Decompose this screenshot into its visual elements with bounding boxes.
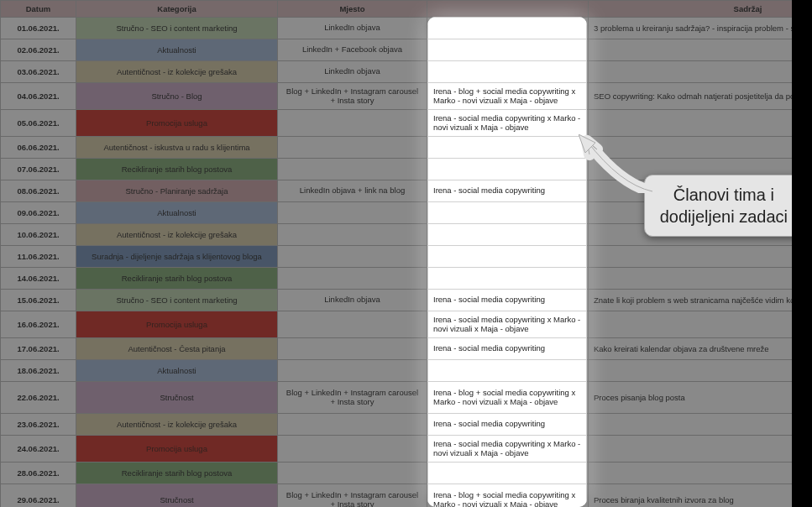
cell-kategorija[interactable]: Promocija usluga	[76, 110, 278, 137]
cell-sadrzaj[interactable]: Proces pisanja blog posta	[589, 382, 813, 414]
cell-datum[interactable]: 01.06.2021.	[1, 18, 76, 39]
cell-kategorija[interactable]: Aktualnosti	[76, 202, 278, 224]
cell-datum[interactable]: 02.06.2021.	[1, 39, 76, 61]
cell-datum[interactable]: 07.06.2021.	[1, 159, 76, 180]
cell-sadrzaj[interactable]: SEO copywriting: Kako odmah natjerati po…	[589, 83, 813, 110]
cell-mjesto[interactable]	[278, 311, 427, 338]
table-row[interactable]: 22.06.2021.StručnostBlog + LinkedIn + In…	[1, 382, 813, 414]
cell-mjesto[interactable]	[278, 110, 427, 137]
cell-mjesto[interactable]: LinkedIn objava	[278, 18, 427, 39]
table-row[interactable]: 17.06.2021.Autentičnost - Česta pitanjaI…	[1, 338, 813, 360]
cell-datum[interactable]: 23.06.2021.	[1, 414, 76, 436]
table-row[interactable]: 24.06.2021.Promocija uslugaIrena - socia…	[1, 436, 813, 463]
cell-kategorija[interactable]: Suradnja - dijeljenje sadržaja s klijent…	[76, 246, 278, 268]
cell-mjesto[interactable]	[278, 246, 427, 268]
cell-mjesto[interactable]	[278, 224, 427, 246]
cell-datum[interactable]: 06.06.2021.	[1, 137, 76, 159]
cell-sadrzaj[interactable]	[589, 311, 813, 338]
header-kategorija[interactable]: Kategorija	[76, 1, 278, 18]
cell-mjesto[interactable]: LinkedIn objava	[278, 61, 427, 83]
cell-datum[interactable]: 09.06.2021.	[1, 202, 76, 224]
cell-kategorija[interactable]: Stručnost	[76, 382, 278, 414]
cell-datum[interactable]: 18.06.2021.	[1, 360, 76, 382]
cell-mjesto[interactable]	[278, 414, 427, 436]
cell-kategorija[interactable]: Stručno - SEO i content marketing	[76, 290, 278, 311]
cell-sadrzaj[interactable]	[589, 268, 813, 290]
cell-datum[interactable]: 22.06.2021.	[1, 382, 76, 414]
highlight-cell-clan[interactable]	[428, 137, 587, 159]
cell-kategorija[interactable]: Stručno - Planiranje sadržaja	[76, 180, 278, 202]
cell-mjesto[interactable]: Blog + LinkedIn + Instagram carousel + I…	[278, 484, 427, 508]
cell-mjesto[interactable]	[278, 159, 427, 180]
cell-mjesto[interactable]	[278, 360, 427, 382]
table-row[interactable]: 16.06.2021.Promocija uslugaIrena - socia…	[1, 311, 813, 338]
cell-sadrzaj[interactable]: Kako kreirati kalendar objava za društve…	[589, 338, 813, 360]
cell-sadrzaj[interactable]	[589, 39, 813, 61]
cell-datum[interactable]: 28.06.2021.	[1, 463, 76, 484]
table-row[interactable]: 03.06.2021.Autentičnost - iz kolekcije g…	[1, 61, 813, 83]
cell-kategorija[interactable]: Autentičnost - iz kolekcije grešaka	[76, 224, 278, 246]
cell-datum[interactable]: 24.06.2021.	[1, 436, 76, 463]
table-row[interactable]: 29.06.2021.StručnostBlog + LinkedIn + In…	[1, 484, 813, 508]
table-row[interactable]: 05.06.2021.Promocija uslugaIrena - socia…	[1, 110, 813, 137]
cell-mjesto[interactable]: Blog + LinkedIn + Instagram carousel + I…	[278, 382, 427, 414]
cell-datum[interactable]: 14.06.2021.	[1, 268, 76, 290]
cell-mjesto[interactable]	[278, 338, 427, 360]
cell-mjesto[interactable]	[278, 137, 427, 159]
table-row[interactable]: 23.06.2021.Autentičnost - iz kolekcije g…	[1, 414, 813, 436]
cell-datum[interactable]: 15.06.2021.	[1, 290, 76, 311]
cell-kategorija[interactable]: Recikliranje starih blog postova	[76, 159, 278, 180]
cell-datum[interactable]: 17.06.2021.	[1, 338, 76, 360]
highlight-cell-clan[interactable]: Irena - blog + social media copywriting …	[428, 83, 587, 110]
cell-mjesto[interactable]	[278, 436, 427, 463]
cell-datum[interactable]: 08.06.2021.	[1, 180, 76, 202]
cell-sadrzaj[interactable]	[589, 246, 813, 268]
cell-kategorija[interactable]: Stručno - Blog	[76, 83, 278, 110]
cell-mjesto[interactable]: Blog + LinkedIn + Instagram carousel + I…	[278, 83, 427, 110]
highlight-cell-clan[interactable]: Irena - social media copywriting x Marko…	[428, 110, 587, 137]
table-row[interactable]: 06.06.2021.Autentičnost - iskustva u rad…	[1, 137, 813, 159]
table-row[interactable]: 14.06.2021.Recikliranje starih blog post…	[1, 268, 813, 290]
highlight-cell-clan[interactable]: Irena - social media copywriting	[428, 290, 587, 311]
highlight-cell-clan[interactable]: Irena - social media copywriting x Marko…	[428, 311, 587, 338]
cell-datum[interactable]: 05.06.2021.	[1, 110, 76, 137]
cell-kategorija[interactable]: Autentičnost - iskustva u radu s klijent…	[76, 137, 278, 159]
cell-sadrzaj[interactable]: Proces biranja kvalitetnih izvora za blo…	[589, 484, 813, 508]
table-row[interactable]: 11.06.2021.Suradnja - dijeljenje sadržaj…	[1, 246, 813, 268]
cell-mjesto[interactable]	[278, 202, 427, 224]
highlight-cell-clan[interactable]	[428, 360, 587, 382]
highlight-cell-clan[interactable]: Irena - social media copywriting	[428, 414, 587, 436]
table-row[interactable]: 01.06.2021.Stručno - SEO i content marke…	[1, 18, 813, 39]
cell-datum[interactable]: 11.06.2021.	[1, 246, 76, 268]
cell-sadrzaj[interactable]	[589, 110, 813, 137]
header-clan[interactable]	[427, 1, 589, 18]
cell-kategorija[interactable]: Stručnost	[76, 484, 278, 508]
highlight-cell-clan[interactable]	[428, 159, 587, 180]
highlight-cell-clan[interactable]	[428, 224, 587, 246]
highlight-cell-clan[interactable]	[428, 463, 587, 484]
cell-kategorija[interactable]: Aktualnosti	[76, 39, 278, 61]
cell-sadrzaj[interactable]	[589, 61, 813, 83]
highlight-cell-clan[interactable]	[428, 202, 587, 224]
header-mjesto[interactable]: Mjesto	[278, 1, 427, 18]
cell-mjesto[interactable]	[278, 268, 427, 290]
cell-kategorija[interactable]: Promocija usluga	[76, 436, 278, 463]
highlight-cell-clan[interactable]: Irena - social media copywriting	[428, 338, 587, 360]
cell-kategorija[interactable]: Recikliranje starih blog postova	[76, 268, 278, 290]
highlight-cell-clan[interactable]	[428, 268, 587, 290]
highlight-cell-clan[interactable]: Irena - social media copywriting	[428, 180, 587, 202]
cell-sadrzaj[interactable]	[589, 463, 813, 484]
highlight-cell-clan[interactable]: Irena - blog + social media copywriting …	[428, 382, 587, 414]
highlight-cell-clan[interactable]	[428, 246, 587, 268]
cell-datum[interactable]: 29.06.2021.	[1, 484, 76, 508]
cell-datum[interactable]: 04.06.2021.	[1, 83, 76, 110]
cell-datum[interactable]: 16.06.2021.	[1, 311, 76, 338]
cell-datum[interactable]: 10.06.2021.	[1, 224, 76, 246]
table-row[interactable]: 18.06.2021.Aktualnosti	[1, 360, 813, 382]
cell-sadrzaj[interactable]	[589, 360, 813, 382]
cell-sadrzaj[interactable]	[589, 414, 813, 436]
cell-datum[interactable]: 03.06.2021.	[1, 61, 76, 83]
cell-kategorija[interactable]: Autentičnost - iz kolekcije grešaka	[76, 61, 278, 83]
cell-kategorija[interactable]: Stručno - SEO i content marketing	[76, 18, 278, 39]
table-row[interactable]: 04.06.2021.Stručno - BlogBlog + LinkedIn…	[1, 83, 813, 110]
